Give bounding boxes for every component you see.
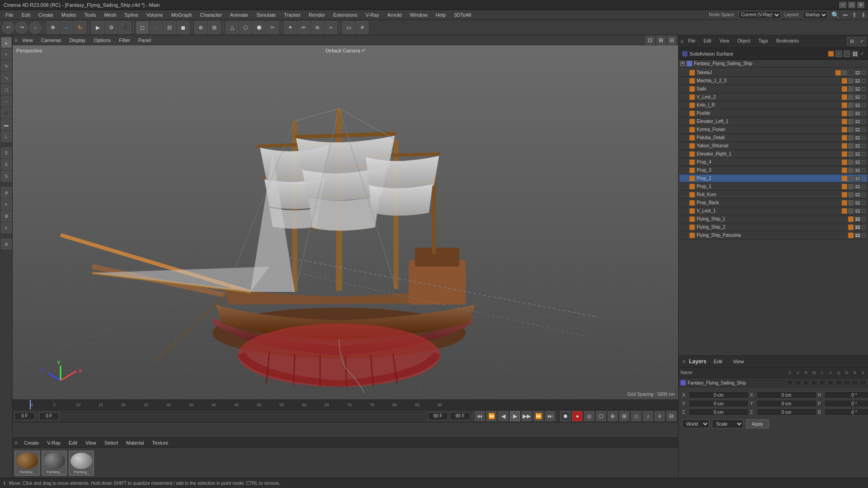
viewport-options[interactable]: ⊟ xyxy=(667,36,676,45)
left-tool-s3[interactable]: S xyxy=(1,171,12,182)
keyframe-button[interactable]: ◇ xyxy=(631,411,641,421)
viewport-menu-icon[interactable]: ≡ xyxy=(14,37,18,43)
mat-menu-texture[interactable]: Texture xyxy=(148,439,172,446)
menu-tracker[interactable]: Tracker xyxy=(280,11,304,19)
tree-item-prop2[interactable]: Prop_2 xyxy=(679,174,867,183)
menu-help[interactable]: Help xyxy=(432,11,450,19)
left-tool-move[interactable]: + xyxy=(1,49,12,60)
left-tool-sphere[interactable]: ○ xyxy=(1,96,12,107)
layer-e-btn[interactable] xyxy=(852,380,858,385)
menu-character[interactable]: Character xyxy=(197,11,226,19)
tree-item-elevator-right[interactable]: Elevator_Right_1 xyxy=(679,150,867,158)
scale-dropdown[interactable]: Scale Absolute xyxy=(712,419,743,428)
smooth-tool[interactable]: ≈ xyxy=(325,21,337,34)
rotate-tool[interactable]: ↻ xyxy=(74,21,86,34)
auto-record-button[interactable]: ● xyxy=(572,411,582,421)
frame-start-input[interactable] xyxy=(14,412,35,420)
tree-item-paluba[interactable]: Paluba_Detali xyxy=(679,134,867,142)
next-keyframe-button[interactable]: ▶▶ xyxy=(522,411,532,421)
material-menu-icon[interactable]: ≡ xyxy=(14,440,18,446)
material-swatch-2[interactable]: Fantasy_ xyxy=(42,450,67,476)
left-tool-select[interactable]: ▲ xyxy=(1,37,12,48)
viewport-fit[interactable]: ⊡ xyxy=(646,36,655,45)
render-settings[interactable]: ⚙ xyxy=(105,21,118,34)
layer-m-btn[interactable] xyxy=(811,380,817,385)
view-menu-cameras[interactable]: Cameras xyxy=(38,37,65,44)
left-tool-layers2[interactable]: ≣ xyxy=(1,211,12,221)
magnet-tool[interactable]: ✦ xyxy=(284,21,297,34)
world-dropdown[interactable]: World Object Parent xyxy=(682,419,709,428)
layer-x-btn[interactable] xyxy=(860,380,866,385)
layer-v-btn[interactable] xyxy=(795,380,801,385)
scale-tool[interactable]: ↔ xyxy=(60,21,73,34)
tree-item-pushki[interactable]: Pushki xyxy=(679,109,867,117)
menu-render[interactable]: Render xyxy=(305,11,329,19)
subdiv-toggle1[interactable]: ○ xyxy=(835,51,842,57)
tab-view[interactable]: View xyxy=(716,38,733,45)
layers-view[interactable]: View xyxy=(730,358,748,365)
preview-button[interactable]: ⊕ xyxy=(608,411,618,421)
apply-button[interactable]: Apply xyxy=(746,419,769,428)
next-frame-button[interactable]: ⏩ xyxy=(533,411,543,421)
layer-a-btn[interactable] xyxy=(827,380,834,385)
tree-item-prop1[interactable]: Prop_1 xyxy=(679,183,867,191)
material-swatch-1[interactable]: Fantasy_ xyxy=(14,450,40,476)
mat-menu-vray[interactable]: V-Ray xyxy=(43,439,64,446)
maximize-button[interactable]: □ xyxy=(848,2,855,8)
left-tool-path[interactable]: L xyxy=(1,131,12,142)
tree-item-flyship1[interactable]: Flying_Ship_1 xyxy=(679,215,867,223)
redo-button[interactable]: ↪ xyxy=(15,21,28,34)
point-mode[interactable]: · xyxy=(150,21,162,34)
menu-create[interactable]: Create xyxy=(35,11,57,19)
polygon-mode[interactable]: ◼ xyxy=(177,21,189,34)
view-menu-view[interactable]: View xyxy=(19,37,37,44)
p-input[interactable] xyxy=(824,400,868,407)
current-frame-input[interactable] xyxy=(39,412,59,420)
subdiv-checkmark[interactable]: ✓ xyxy=(860,51,864,57)
layer-r-btn[interactable] xyxy=(803,380,809,385)
tree-item-takelaJ[interactable]: TakelaJ xyxy=(679,69,867,77)
goto-end-button[interactable]: ⏭ xyxy=(545,411,555,421)
left-tool-deform[interactable]: ⊛ xyxy=(1,187,12,198)
menu-mesh[interactable]: Mesh xyxy=(100,11,120,19)
undo-button[interactable]: ↩ xyxy=(2,21,14,34)
mat-menu-select[interactable]: Select xyxy=(101,439,122,446)
menu-3dtoall[interactable]: 3DToAll xyxy=(450,11,475,19)
frame-end-input[interactable] xyxy=(428,412,448,420)
collapse-all-button[interactable]: ⊟ xyxy=(847,37,856,46)
mat-menu-view[interactable]: View xyxy=(82,439,100,446)
menu-extensions[interactable]: Extensions xyxy=(330,11,361,19)
object-mode[interactable]: ◻ xyxy=(136,21,149,34)
z2-input[interactable] xyxy=(756,408,816,416)
prev-frame-button[interactable]: ⏪ xyxy=(486,411,496,421)
left-tool-cylinder[interactable]: ⬛ xyxy=(1,108,12,118)
menu-volume[interactable]: Volume xyxy=(143,11,167,19)
frame-total-input[interactable] xyxy=(450,412,470,420)
layers-edit[interactable]: Edit xyxy=(710,358,726,365)
layer-g-btn[interactable] xyxy=(835,380,842,385)
layers-menu-icon[interactable]: ≡ xyxy=(682,358,685,365)
menu-spline[interactable]: Spline xyxy=(121,11,142,19)
tree-item-yakori[interactable]: Yakori_Shturval xyxy=(679,142,867,150)
tree-item-machta[interactable]: Machta_1_2_3 xyxy=(679,77,867,85)
motion-path-button[interactable]: ⬡ xyxy=(596,411,606,421)
tag-options-button[interactable]: ✓ xyxy=(857,37,866,46)
left-tool-layers[interactable]: ≡ xyxy=(1,199,12,210)
tree-item-flyship-parusina[interactable]: Flying_Ship_Parusina xyxy=(679,231,867,239)
close-button[interactable]: ✕ xyxy=(857,2,864,8)
tree-item-vlest1[interactable]: V_Lest_1 xyxy=(679,207,867,215)
menu-mograph[interactable]: MoGraph xyxy=(168,11,196,19)
sound-button[interactable]: ♪ xyxy=(643,411,653,421)
edge-mode[interactable]: ⊟ xyxy=(163,21,176,34)
subdiv-toggle2[interactable] xyxy=(844,51,850,57)
minimize-button[interactable]: ─ xyxy=(839,2,846,8)
menu-simulate[interactable]: Simulate xyxy=(253,11,279,19)
tree-item-korma[interactable]: Korma_Fonari xyxy=(679,126,867,134)
tab-edit[interactable]: Edit xyxy=(700,38,715,45)
material-swatch-3[interactable]: Fantasy_ xyxy=(69,450,94,476)
3d-viewport[interactable]: Perspective Default Camera •* Grid Spaci… xyxy=(13,45,678,399)
left-tool-misc[interactable]: ⊗ xyxy=(1,239,12,249)
h-input[interactable] xyxy=(824,391,868,399)
menu-edit[interactable]: Edit xyxy=(18,11,34,19)
move-tool[interactable]: ✥ xyxy=(47,21,59,34)
